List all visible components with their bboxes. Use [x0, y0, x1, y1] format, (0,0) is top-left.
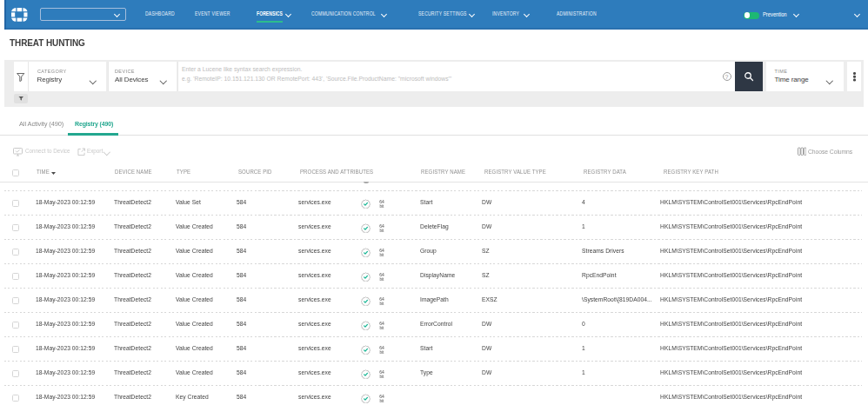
svg-text:64: 64 [379, 272, 384, 277]
svg-text:bit: bit [379, 277, 384, 282]
svg-text:bit: bit [379, 204, 384, 209]
svg-text:bit: bit [379, 375, 384, 379]
svg-text:64: 64 [379, 199, 384, 204]
svg-text:64: 64 [379, 296, 384, 302]
svg-text:64: 64 [379, 369, 384, 375]
svg-text:64: 64 [379, 223, 384, 229]
svg-text:bit: bit [379, 253, 384, 257]
svg-text:64: 64 [379, 345, 384, 350]
svg-text:64: 64 [379, 394, 384, 399]
svg-text:bit: bit [379, 326, 384, 330]
svg-text:bit: bit [379, 350, 384, 355]
svg-text:bit: bit [379, 302, 384, 306]
svg-text:bit: bit [379, 399, 384, 403]
svg-text:64: 64 [379, 321, 384, 326]
svg-text:64: 64 [379, 248, 384, 253]
svg-text:bit: bit [379, 229, 384, 233]
